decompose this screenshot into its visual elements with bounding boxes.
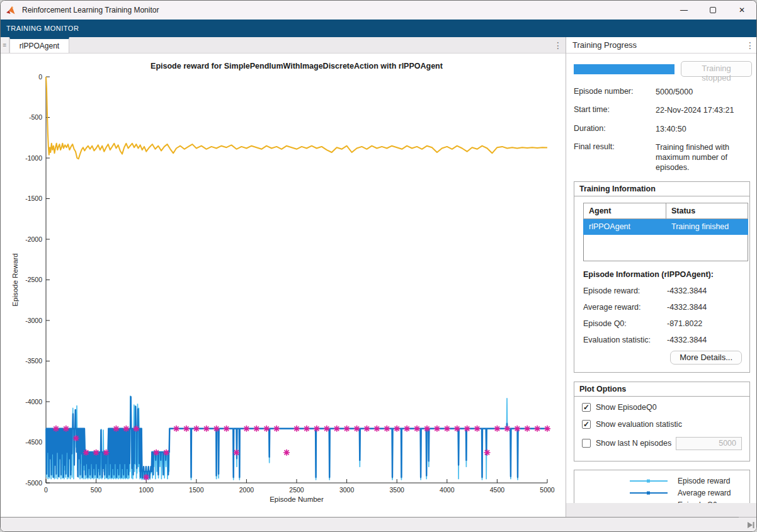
toolstrip-label: TRAINING MONITOR [6, 25, 79, 32]
plot-options-box: Plot Options ✓ Show EpisodeQ0 ✓ Show eva… [574, 382, 750, 461]
svg-text:0: 0 [38, 73, 42, 81]
svg-text:-4000: -4000 [25, 398, 42, 405]
panel-header: Training Progress ⋮ [566, 37, 757, 54]
svg-text:2500: 2500 [289, 486, 304, 494]
average-reward-line-icon [629, 489, 669, 497]
table-row[interactable]: rlPPOAgent Training finished [584, 218, 748, 234]
field-duration: Duration: 13:40:50 [574, 124, 753, 134]
episode-q0-line-icon [629, 501, 669, 503]
column-header-agent: Agent [584, 203, 666, 218]
svg-text:-1500: -1500 [25, 195, 42, 202]
title-bar: Reinforcement Learning Training Monitor … [1, 1, 756, 20]
svg-text:500: 500 [91, 486, 102, 494]
svg-text:-2000: -2000 [25, 235, 42, 243]
minimize-button[interactable]: — [669, 1, 698, 20]
panel-menu-icon[interactable]: ⋮ [743, 40, 757, 50]
panel-title: Training Progress [566, 40, 743, 50]
training-information-title: Training Information [574, 182, 749, 196]
window-title: Reinforcement Learning Training Monitor [22, 6, 159, 14]
figure-menu-icon[interactable]: ⋮ [550, 37, 566, 53]
svg-text:5000: 5000 [540, 486, 555, 494]
status-cell: Training finished [666, 218, 748, 234]
scroll-corner [739, 517, 757, 532]
field-average-reward: Average reward: -4332.3844 [583, 303, 742, 312]
option-show-episodeq0: ✓ Show EpisodeQ0 [582, 403, 742, 412]
horizontal-scrollbar[interactable] [1, 517, 739, 532]
bottom-bar [1, 517, 756, 532]
training-monitor-toolstrip: TRAINING MONITOR [1, 20, 756, 37]
legend-item-episode-reward: Episode reward [574, 477, 749, 486]
more-details-button[interactable]: More Details... [670, 351, 742, 365]
legend-item-episode-q0: Episode Q0 [574, 501, 749, 504]
svg-text:-5000: -5000 [25, 479, 42, 487]
progress-row: Training stopped [574, 61, 753, 77]
maximize-button[interactable] [698, 1, 727, 20]
episode-reward-line-icon [629, 477, 669, 485]
svg-text:2000: 2000 [239, 486, 254, 494]
svg-text:-500: -500 [29, 113, 42, 121]
field-evaluation-statistic: Evaluation statistic: -4332.3844 [583, 336, 742, 344]
last-n-episodes-input[interactable] [676, 437, 742, 450]
svg-text:4000: 4000 [440, 486, 455, 494]
table-header-row: Agent Status [584, 203, 748, 218]
field-episode-reward: Episode reward: -4332.3844 [583, 286, 742, 295]
skip-to-end-icon[interactable] [747, 521, 755, 529]
legend-item-average-reward: Average reward [574, 489, 749, 498]
field-episode-q0: Episode Q0: -871.8022 [583, 319, 742, 328]
field-episode-number: Episode number: 5000/5000 [574, 87, 753, 97]
svg-text:3000: 3000 [339, 486, 355, 494]
training-information-box: Training Information Agent Status rlPPOA… [574, 181, 750, 373]
legend-box: Episode reward Average reward Episode Q0… [574, 470, 750, 504]
figure-pane: ≡ rlPPOAgent ⋮ Episode reward for Simple… [1, 37, 566, 517]
column-header-status: Status [666, 203, 748, 218]
svg-text:4500: 4500 [490, 486, 505, 494]
agent-cell: rlPPOAgent [584, 218, 666, 234]
svg-text:-3500: -3500 [25, 357, 42, 365]
tab-rlppoagent[interactable]: rlPPOAgent [9, 37, 69, 53]
option-show-evaluation-statistic: ✓ Show evaluation statistic [582, 420, 742, 429]
matlab-logo-icon [6, 6, 17, 15]
svg-text:0: 0 [44, 486, 48, 494]
app-window: Reinforcement Learning Training Monitor … [0, 0, 757, 532]
training-chart: Episode reward for SimplePendlumWithImag… [1, 54, 566, 517]
field-final-result: Final result: Training finished with max… [574, 142, 753, 173]
close-button[interactable]: ✕ [727, 1, 756, 20]
progress-fields: Episode number: 5000/5000 Start time: 22… [574, 87, 753, 173]
plot-options-title: Plot Options [574, 382, 749, 397]
tabstrip-spacer [69, 37, 550, 53]
show-evaluation-statistic-checkbox[interactable]: ✓ [582, 420, 591, 429]
field-start-time: Start time: 22-Nov-2024 17:43:21 [574, 105, 753, 115]
svg-text:-3000: -3000 [25, 317, 42, 324]
option-show-last-n-episodes: ✓ Show last N episodes [582, 437, 742, 450]
training-progress-pane: Training Progress ⋮ Training stopped Epi… [566, 37, 757, 517]
panel-body: Training stopped Episode number: 5000/50… [566, 54, 757, 503]
svg-text:1000: 1000 [139, 486, 154, 494]
show-episodeq0-checkbox[interactable]: ✓ [582, 403, 591, 412]
svg-text:-2500: -2500 [25, 276, 42, 283]
tab-list-icon[interactable]: ≡ [1, 37, 9, 53]
svg-text:Episode Number: Episode Number [270, 495, 324, 503]
training-stopped-button[interactable]: Training stopped [681, 61, 752, 77]
svg-text:3500: 3500 [390, 486, 405, 494]
svg-text:1500: 1500 [189, 486, 204, 494]
progress-bar-fill [574, 64, 674, 74]
svg-text:-4500: -4500 [25, 438, 42, 446]
svg-text:Episode Reward: Episode Reward [11, 253, 19, 306]
table-empty-row [584, 234, 748, 261]
figure-tabstrip: ≡ rlPPOAgent ⋮ [1, 37, 566, 54]
progress-bar [574, 64, 674, 74]
svg-text:-1000: -1000 [25, 154, 42, 162]
show-last-n-episodes-checkbox[interactable]: ✓ [582, 439, 591, 448]
svg-text:Episode reward for SimplePendl: Episode reward for SimplePendlumWithImag… [151, 62, 443, 71]
figure-area: Episode reward for SimplePendlumWithImag… [1, 54, 566, 517]
agent-status-table: Agent Status rlPPOAgent Training finishe… [583, 203, 748, 261]
maximize-icon [710, 7, 716, 13]
episode-information-title: Episode Information (rlPPOAgent): [583, 270, 742, 279]
tab-label: rlPPOAgent [20, 42, 59, 50]
